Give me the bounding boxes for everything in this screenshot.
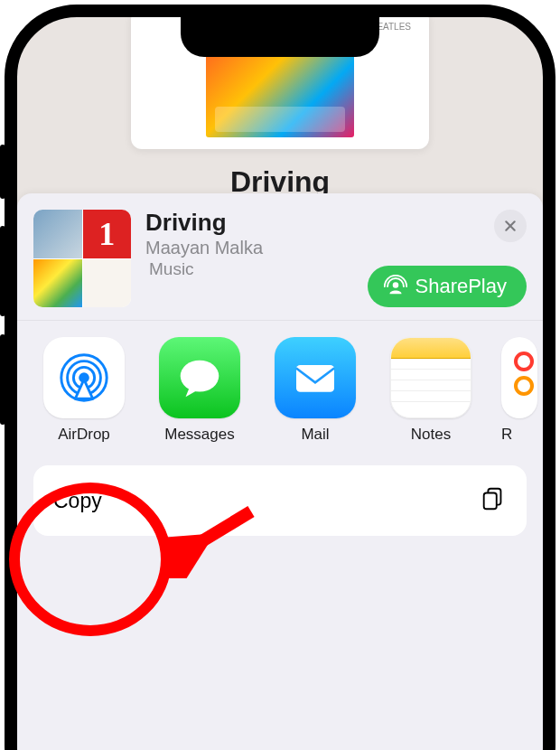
share-item-title: Driving — [145, 210, 527, 236]
reminders-icon — [501, 337, 537, 418]
thumb-2: 1 — [83, 210, 132, 258]
shareplay-icon — [384, 275, 407, 298]
share-app-messages[interactable]: Messages — [154, 337, 245, 444]
phone-frame: BEATLES Driving 1 Driving Maayan Malka M… — [5, 5, 555, 750]
shareplay-button[interactable]: SharePlay — [368, 266, 527, 307]
mail-icon — [275, 337, 356, 418]
share-apps-row[interactable]: AirDrop Messages Mail — [17, 321, 543, 453]
share-actions-list: Copy — [17, 453, 543, 548]
close-button[interactable] — [494, 210, 527, 242]
svg-rect-6 — [296, 365, 334, 392]
thumb-4 — [83, 259, 132, 308]
share-item-thumbnail: 1 — [33, 210, 131, 307]
share-app-notes[interactable]: Notes — [386, 337, 476, 444]
close-icon — [503, 219, 518, 233]
share-app-mail[interactable]: Mail — [270, 337, 360, 444]
phone-notch — [181, 17, 379, 57]
notes-icon — [390, 337, 471, 418]
share-app-reminders[interactable]: R — [501, 337, 537, 444]
thumb-1 — [33, 210, 82, 258]
svg-rect-8 — [484, 492, 497, 509]
share-sheet: 1 Driving Maayan Malka Music — [17, 193, 543, 750]
messages-icon — [159, 337, 240, 418]
share-app-label: AirDrop — [39, 426, 129, 444]
share-app-label: Messages — [154, 426, 245, 444]
share-app-label: R — [501, 426, 537, 444]
share-app-label: Mail — [270, 426, 360, 444]
share-app-airdrop[interactable]: AirDrop — [39, 337, 129, 444]
share-item-app-name: Music — [149, 259, 194, 279]
airdrop-icon — [43, 337, 125, 418]
copy-action[interactable]: Copy — [33, 465, 527, 536]
share-app-label: Notes — [386, 426, 476, 444]
copy-icon — [480, 485, 507, 516]
svg-point-0 — [393, 282, 399, 288]
share-item-subtitle: Maayan Malka — [145, 238, 527, 258]
copy-action-label: Copy — [53, 489, 102, 513]
svg-point-5 — [181, 361, 219, 392]
thumb-3 — [33, 259, 82, 308]
share-sheet-header: 1 Driving Maayan Malka Music — [17, 193, 543, 321]
shareplay-label: SharePlay — [415, 275, 507, 298]
